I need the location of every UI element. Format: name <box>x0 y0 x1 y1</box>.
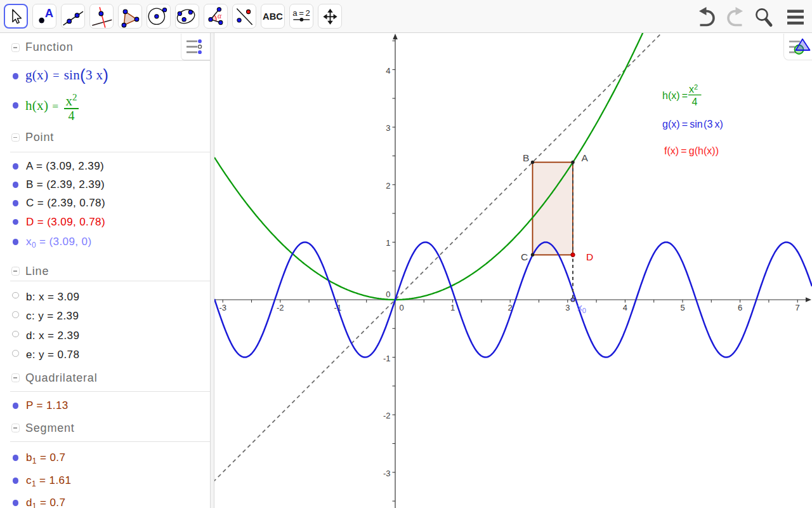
svg-text:-2: -2 <box>277 303 284 312</box>
svg-text:0: 0 <box>399 303 403 312</box>
svg-text:-3: -3 <box>383 469 391 478</box>
svg-text:x2: x2 <box>689 83 698 95</box>
svg-text:0: 0 <box>386 290 390 299</box>
svg-text:A: A <box>582 152 589 163</box>
svg-text:7: 7 <box>796 303 800 312</box>
svg-text:4: 4 <box>692 97 698 107</box>
svg-text:h(x) =: h(x) = <box>662 90 688 101</box>
svg-text:6: 6 <box>738 303 742 312</box>
svg-text:-1: -1 <box>383 354 391 363</box>
svg-text:f(x) = g(h(x)): f(x) = g(h(x)) <box>664 145 719 156</box>
svg-text:4: 4 <box>386 66 390 76</box>
svg-text:g(x) = sin (3 x): g(x) = sin (3 x) <box>662 119 723 130</box>
svg-text:ABC: ABC <box>263 11 283 22</box>
svg-text:5: 5 <box>680 303 684 312</box>
svg-text:1: 1 <box>450 303 455 312</box>
svg-text:A: A <box>45 6 53 20</box>
svg-text:C: C <box>521 251 528 262</box>
svg-text:1: 1 <box>386 238 390 248</box>
svg-text:4: 4 <box>623 303 627 312</box>
svg-text:α: α <box>218 12 222 20</box>
svg-text:2: 2 <box>386 181 390 190</box>
svg-text:a = 2: a = 2 <box>292 8 310 18</box>
svg-text:B: B <box>523 152 529 163</box>
svg-text:x0: x0 <box>577 302 586 314</box>
svg-text:-2: -2 <box>383 411 391 420</box>
svg-text:3: 3 <box>386 123 390 133</box>
svg-text:D: D <box>586 251 593 262</box>
svg-text:-3: -3 <box>219 303 226 312</box>
svg-text:3: 3 <box>565 303 570 312</box>
